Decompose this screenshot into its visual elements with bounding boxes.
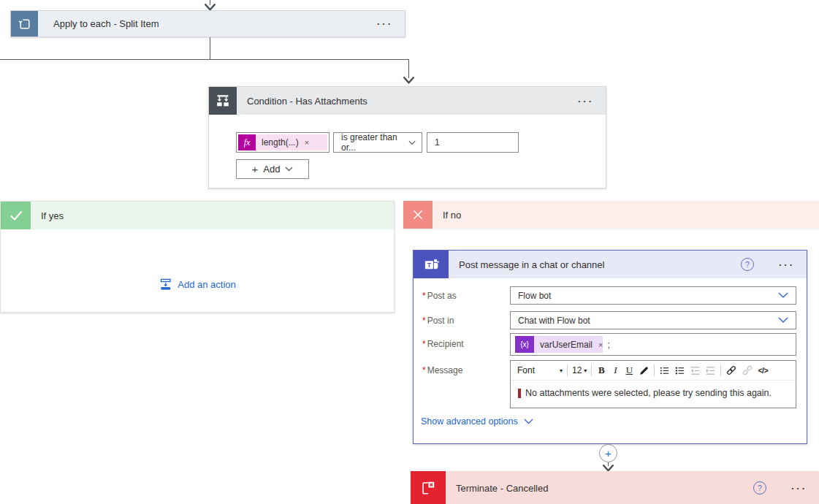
toolbar-divider <box>567 364 568 376</box>
indent-icon <box>705 365 716 376</box>
connector-line <box>210 37 210 59</box>
action-terminate[interactable]: Terminate - Cancelled ? ··· <box>411 471 819 504</box>
insert-link-button[interactable] <box>725 364 737 376</box>
condition-title: Condition - Has Attachments <box>237 87 566 115</box>
code-view-button[interactable]: </> <box>758 366 768 375</box>
italic-button[interactable]: I <box>611 364 620 376</box>
required-mark: * <box>422 339 426 349</box>
teams-card-title: Post message in a chat or channel <box>449 251 741 278</box>
required-mark: * <box>422 291 426 301</box>
chevron-down-icon <box>778 317 788 324</box>
condition-value: 1 <box>435 137 440 148</box>
recipient-suffix: ; <box>607 340 609 350</box>
underline-button[interactable]: U <box>624 364 634 376</box>
expression-token[interactable]: fx length(...) × <box>238 134 327 150</box>
action-condition: Condition - Has Attachments ··· fx lengt… <box>208 86 606 188</box>
bullet-list-icon <box>659 365 670 376</box>
remove-token-icon[interactable]: × <box>598 340 603 349</box>
condition-icon <box>209 87 237 115</box>
terminate-icon <box>411 471 446 504</box>
chevron-down-icon <box>778 292 788 299</box>
help-icon[interactable]: ? <box>753 481 766 495</box>
message-editor[interactable]: Font▾ 12▾ B I U <box>510 360 796 408</box>
outdent-icon <box>690 365 701 376</box>
numbered-list-icon <box>674 365 685 376</box>
toolbar-divider <box>654 364 655 376</box>
exclamation-bar-icon <box>518 389 521 398</box>
condition-value-field[interactable]: 1 <box>427 132 519 153</box>
message-text: No attachments were selected, please try… <box>525 388 772 398</box>
font-family-dropdown[interactable]: Font▾ <box>517 365 563 375</box>
font-size-dropdown[interactable]: 12▾ <box>572 365 587 375</box>
pen-icon <box>639 365 650 376</box>
apply-to-each-title: Apply to each - Split Item <box>38 11 365 37</box>
connector-line <box>0 59 409 60</box>
remove-token-icon[interactable]: × <box>305 138 309 147</box>
apply-to-each-menu-button[interactable]: ··· <box>365 11 405 37</box>
bold-button[interactable]: B <box>596 364 606 376</box>
add-button-label: Add <box>263 164 280 175</box>
apply-to-each-loop-icon <box>11 11 38 37</box>
post-in-dropdown[interactable]: Chat with Flow bot <box>510 311 796 329</box>
teams-menu-button[interactable]: ··· <box>767 251 807 278</box>
plus-icon: + <box>605 447 612 459</box>
if-no-title: If no <box>433 201 819 229</box>
plus-icon: + <box>252 163 259 175</box>
numbered-list-button[interactable] <box>674 365 685 376</box>
terminate-title: Terminate - Cancelled <box>446 471 753 504</box>
terminate-menu-button[interactable]: ··· <box>780 471 819 504</box>
condition-operator-value: is greater than or... <box>341 132 408 153</box>
insert-step-button[interactable]: + <box>599 444 617 462</box>
show-advanced-options-link[interactable]: Show advanced options <box>421 416 533 427</box>
bullet-list-button[interactable] <box>659 365 670 376</box>
check-icon <box>1 202 31 229</box>
variable-token[interactable]: {x} varUserEmail × <box>515 336 603 353</box>
post-as-dropdown[interactable]: Flow bot <box>510 286 796 305</box>
variable-icon: {x} <box>515 336 534 353</box>
link-icon <box>725 364 737 376</box>
if-yes-header[interactable]: If yes <box>1 202 394 229</box>
condition-add-button[interactable]: + Add <box>236 159 309 179</box>
action-post-message-teams: T Post message in a chat or channel ? ··… <box>413 250 807 444</box>
post-in-label: *Post in <box>422 316 454 326</box>
add-an-action-button[interactable]: Add an action <box>159 278 236 291</box>
highlight-pen-button[interactable] <box>639 365 650 376</box>
condition-header[interactable]: Condition - Has Attachments ··· <box>209 87 606 115</box>
indent-button[interactable] <box>705 365 716 376</box>
help-icon[interactable]: ? <box>741 258 754 271</box>
action-apply-to-each[interactable]: Apply to each - Split Item ··· <box>10 10 405 37</box>
fx-icon: fx <box>238 134 256 150</box>
post-in-value: Chat with Flow bot <box>518 316 590 326</box>
svg-text:T: T <box>427 261 431 269</box>
condition-operator-dropdown[interactable]: is greater than or... <box>333 132 422 153</box>
outdent-button[interactable] <box>690 365 701 376</box>
add-action-icon <box>159 278 172 291</box>
chevron-down-icon <box>285 167 293 172</box>
branch-if-yes: If yes Add an action <box>0 201 395 313</box>
caret-down-icon: ▾ <box>584 367 587 374</box>
expression-token-label: length(...) <box>256 137 299 148</box>
if-yes-title: If yes <box>31 202 394 229</box>
microsoft-teams-icon: T <box>414 251 449 278</box>
condition-operand-field[interactable]: fx length(...) × <box>236 132 329 153</box>
branch-if-no-header[interactable]: If no <box>403 201 819 229</box>
recipient-label: *Recipient <box>422 339 464 349</box>
post-as-label: *Post as <box>422 291 457 301</box>
chevron-down-icon <box>408 140 416 145</box>
chevron-down-icon <box>524 419 533 424</box>
message-content[interactable]: No attachments were selected, please try… <box>511 381 796 398</box>
toolbar-divider <box>720 364 721 376</box>
add-an-action-label: Add an action <box>178 279 236 290</box>
recipient-field[interactable]: {x} varUserEmail × ; <box>510 333 796 356</box>
show-advanced-options-label: Show advanced options <box>421 416 518 427</box>
required-mark: * <box>422 365 426 375</box>
arrow-down-icon <box>403 76 415 84</box>
flow-designer-canvas: Apply to each - Split Item ··· Condition… <box>0 0 819 504</box>
teams-card-header[interactable]: T Post message in a chat or channel ? ··… <box>414 251 807 278</box>
condition-menu-button[interactable]: ··· <box>566 87 606 115</box>
caret-down-icon: ▾ <box>560 367 563 374</box>
richtext-toolbar: Font▾ 12▾ B I U <box>511 361 796 381</box>
message-label: *Message <box>422 365 462 375</box>
remove-link-button[interactable] <box>742 364 753 376</box>
toolbar-divider <box>591 364 592 376</box>
